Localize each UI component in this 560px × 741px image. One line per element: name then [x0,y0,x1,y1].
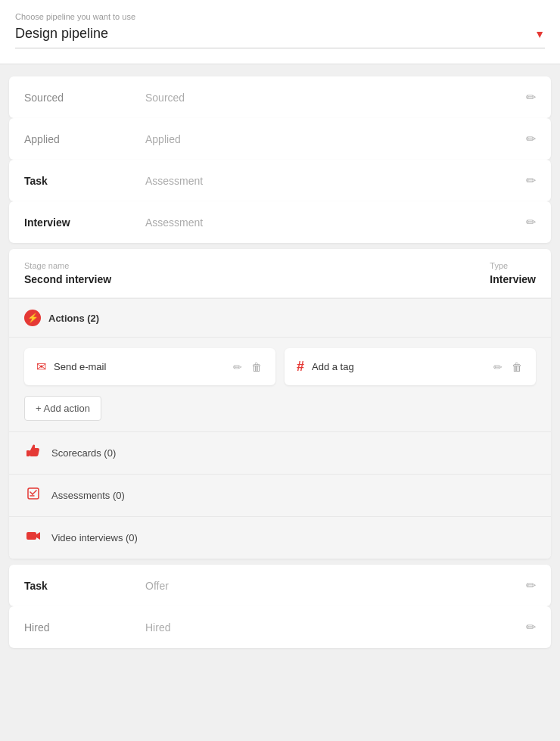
action-add-tag-controls: ✏ 🗑 [492,360,524,375]
stage-name-value: Second interview [24,273,111,285]
actions-title: Actions (2) [48,313,99,324]
svg-rect-5 [26,532,36,540]
stage-row-hired: Hired Hired ✏ [9,606,551,648]
action-send-email-controls: ✏ 🗑 [232,360,263,375]
scorecards-section: Scorecards (0) [9,431,551,474]
video-icon [24,528,42,548]
stage-row-task: Task Assessment ✏ [9,160,551,201]
svg-line-3 [33,490,36,494]
pipeline-value: Design pipeline [15,26,108,42]
assessments-section: Assessments (0) [9,474,551,516]
stage-right-sourced: Sourced [130,92,526,104]
scorecard-icon [24,443,42,463]
stage-type-label: Type [490,261,536,270]
stage-row-task-offer: Task Offer ✏ [9,565,551,606]
assessment-icon [24,485,42,506]
svg-rect-0 [26,450,30,456]
stage-left-applied: Applied [24,133,130,145]
delete-send-email-button[interactable]: 🗑 [250,360,263,375]
stage-left-sourced: Sourced [24,92,130,104]
edit-interview-icon[interactable]: ✏ [526,215,536,229]
edit-hired-icon[interactable]: ✏ [526,620,536,634]
main-content: Sourced Sourced ✏ Applied Applied ✏ Task… [0,64,560,660]
expanded-stage-card: Stage name Second interview Type Intervi… [9,249,551,559]
action-add-tag-label: Add a tag [312,361,484,372]
action-card-send-email: ✉ Send e-mail ✏ 🗑 [24,348,275,385]
hash-icon: # [297,359,304,375]
pipeline-label: Choose pipeline you want to use [15,12,545,21]
stage-type-field: Type Interview [490,261,536,285]
add-action-button[interactable]: + Add action [24,396,101,421]
edit-task-offer-icon[interactable]: ✏ [526,578,536,593]
actions-header: ⚡ Actions (2) [9,299,551,338]
stage-right-task: Assessment [130,175,526,187]
bolt-icon: ⚡ [27,313,39,323]
edit-sourced-icon[interactable]: ✏ [526,90,536,104]
stages-top: Sourced Sourced ✏ Applied Applied ✏ Task… [9,76,551,243]
stages-bottom: Task Offer ✏ Hired Hired ✏ [9,565,551,648]
assessments-label: Assessments (0) [51,490,125,501]
edit-send-email-button[interactable]: ✏ [232,360,244,375]
edit-task-icon[interactable]: ✏ [526,173,536,188]
stage-left-hired: Hired [24,621,130,634]
actions-cards: ✉ Send e-mail ✏ 🗑 # Add a tag ✏ 🗑 [9,338,551,396]
stage-row-sourced: Sourced Sourced ✏ [9,76,551,118]
action-card-add-tag: # Add a tag ✏ 🗑 [285,348,536,385]
stage-name-label: Stage name [24,261,111,270]
stage-left-interview: Interview [24,216,130,229]
edit-applied-icon[interactable]: ✏ [526,132,536,146]
action-send-email-label: Send e-mail [54,361,224,372]
actions-bolt-icon: ⚡ [24,310,41,326]
envelope-icon: ✉ [36,360,46,374]
video-interviews-label: Video interviews (0) [51,532,138,543]
chevron-down-icon: ▼ [534,28,545,40]
stage-row-applied: Applied Applied ✏ [9,118,551,160]
stage-left-task: Task [24,175,130,187]
stage-name-field: Stage name Second interview [24,261,111,285]
pipeline-dropdown[interactable]: Design pipeline ▼ [15,26,545,48]
stage-row-interview: Interview Assessment ✏ [9,201,551,243]
stage-right-applied: Applied [130,133,526,145]
stage-type-value: Interview [490,273,536,285]
pipeline-selector-section: Choose pipeline you want to use Design p… [0,0,560,64]
scorecards-label: Scorecards (0) [51,447,116,459]
expanded-stage-header: Stage name Second interview Type Intervi… [9,249,551,298]
stage-left-task-offer: Task [24,580,130,592]
video-interviews-section: Video interviews (0) [9,516,551,559]
delete-add-tag-button[interactable]: 🗑 [510,360,524,375]
stage-right-hired: Hired [130,621,526,634]
actions-section: ⚡ Actions (2) ✉ Send e-mail ✏ 🗑 # Ad [9,298,551,559]
stage-right-task-offer: Offer [130,580,526,592]
edit-add-tag-button[interactable]: ✏ [492,360,504,375]
stage-right-interview: Assessment [130,216,526,229]
